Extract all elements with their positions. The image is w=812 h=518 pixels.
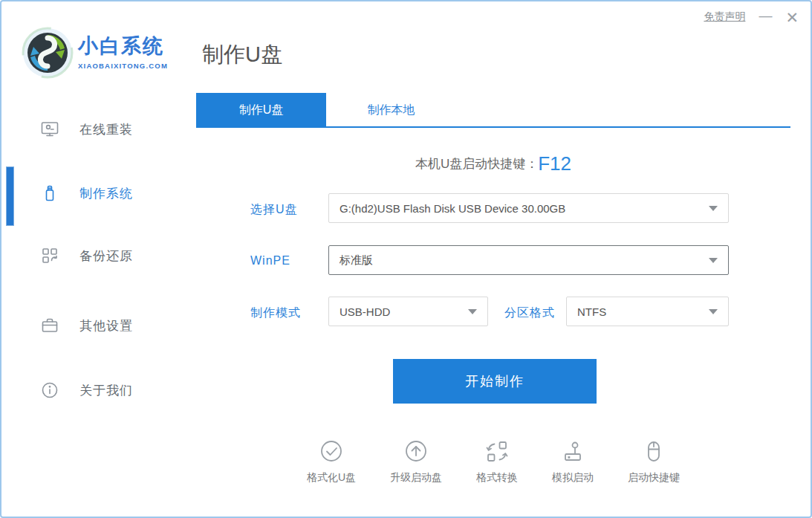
start-make-button[interactable]: 开始制作	[393, 359, 597, 404]
boot-hotkey-value: F12	[538, 152, 571, 175]
usb-select-label: 选择U盘	[250, 202, 298, 218]
sidebar-item-backup-restore[interactable]: 备份还原	[40, 246, 133, 265]
boot-hotkey-line: 本机U盘启动快捷键：F12	[196, 152, 790, 175]
tab-make-usb[interactable]: 制作U盘	[196, 93, 326, 128]
arrow-up-circle-icon	[403, 438, 429, 465]
tools-row: 格式化U盘 升级启动盘 格式	[196, 438, 790, 485]
winpe-select-label: WinPE	[250, 254, 290, 268]
usb-select[interactable]: G:(hd2)USB Flash Disk USB Device 30.00GB	[328, 193, 729, 223]
brand-name: 小白系统	[78, 33, 168, 59]
winpe-select[interactable]: 标准版	[328, 245, 729, 275]
sidebar-item-about-us[interactable]: 关于我们	[40, 381, 133, 400]
page-title: 制作U盘	[202, 40, 282, 70]
tool-label: 模拟启动	[552, 471, 594, 485]
minimize-button[interactable]: —	[759, 9, 772, 25]
app-logo-icon	[21, 26, 74, 80]
tool-simulate-boot[interactable]: 模拟启动	[552, 438, 594, 485]
mode-select-value: USB-HDD	[340, 305, 468, 318]
winpe-select-value: 标准版	[340, 253, 709, 268]
backup-grid-icon	[40, 246, 59, 265]
tool-upgrade-boot-disk[interactable]: 升级启动盘	[390, 438, 442, 485]
joystick-icon	[559, 438, 586, 465]
usb-icon	[40, 184, 59, 203]
disclaimer-link[interactable]: 免责声明	[704, 10, 745, 24]
chevron-down-icon	[709, 258, 718, 263]
tool-format-convert[interactable]: 格式转换	[476, 438, 518, 485]
check-circle-icon	[318, 438, 345, 465]
monitor-icon	[40, 120, 59, 139]
tool-label: 启动快捷键	[628, 471, 680, 485]
sidebar-item-label: 制作系统	[79, 185, 133, 202]
sidebar-item-label: 在线重装	[79, 121, 133, 138]
app-window: 免责声明 — ✕ 小白系统 XIAOBAIXITONG.COM 制作U盘	[0, 0, 812, 518]
mode-select-label: 制作模式	[250, 305, 301, 321]
mode-select[interactable]: USB-HDD	[328, 297, 488, 326]
tool-label: 升级启动盘	[390, 471, 442, 485]
sidebar-active-indicator	[6, 166, 14, 226]
sidebar-item-label: 其他设置	[79, 317, 133, 334]
chevron-down-icon	[709, 206, 718, 211]
tool-label: 格式化U盘	[307, 471, 356, 485]
sidebar-item-make-system[interactable]: 制作系统	[40, 184, 133, 203]
mouse-icon	[640, 438, 667, 465]
sidebar-item-label: 备份还原	[79, 247, 133, 265]
close-button[interactable]: ✕	[785, 10, 799, 25]
tool-format-usb[interactable]: 格式化U盘	[307, 438, 356, 485]
partition-select[interactable]: NTFS	[566, 297, 729, 326]
tool-boot-hotkey[interactable]: 启动快捷键	[628, 438, 680, 485]
sidebar-item-label: 关于我们	[79, 382, 133, 399]
tab-bar: 制作U盘 制作本地	[196, 93, 790, 128]
chevron-down-icon	[709, 309, 718, 314]
boot-hotkey-label: 本机U盘启动快捷键：	[415, 157, 538, 171]
sidebar-item-other-settings[interactable]: 其他设置	[40, 316, 133, 335]
tool-label: 格式转换	[476, 471, 518, 485]
info-circle-icon	[40, 381, 59, 400]
brand-domain: XIAOBAIXITONG.COM	[78, 62, 168, 70]
titlebar: 免责声明 — ✕	[704, 9, 799, 25]
usb-select-value: G:(hd2)USB Flash Disk USB Device 30.00GB	[340, 202, 709, 215]
convert-icon	[484, 438, 510, 465]
tab-make-local[interactable]: 制作本地	[326, 93, 456, 128]
briefcase-icon	[40, 316, 59, 335]
partition-select-label: 分区格式	[504, 305, 555, 321]
brand-block: 小白系统 XIAOBAIXITONG.COM	[78, 33, 168, 70]
sidebar-item-online-reinstall[interactable]: 在线重装	[40, 120, 133, 139]
partition-select-value: NTFS	[577, 305, 709, 318]
chevron-down-icon	[468, 309, 477, 314]
